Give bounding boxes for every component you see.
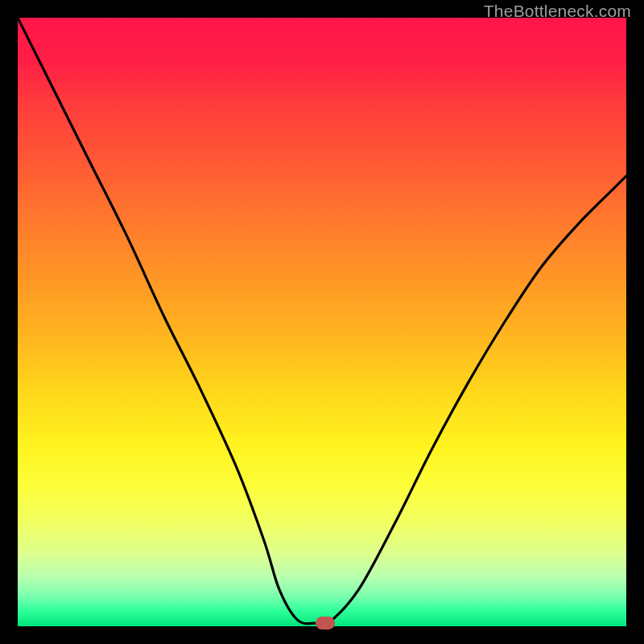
bottleneck-marker xyxy=(316,617,335,630)
chart-stage: TheBottleneck.com xyxy=(0,0,644,644)
chart-plot-area xyxy=(18,18,626,626)
bottleneck-curve xyxy=(18,18,626,626)
